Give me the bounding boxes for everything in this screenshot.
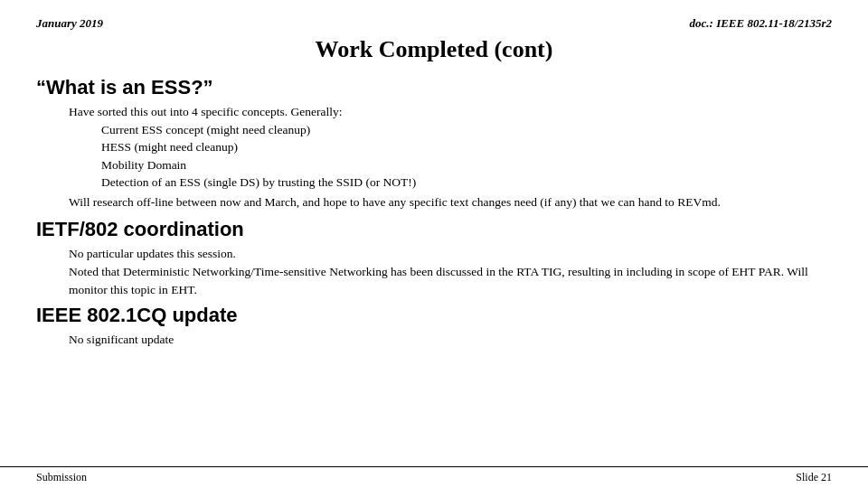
ietf-heading: IETF/802 coordination (36, 218, 832, 241)
ess-heading: “What is an ESS?” (36, 76, 832, 99)
ess-line-3: HESS (might need cleanup) (36, 138, 832, 156)
ietf-line-2: Noted that Deterministic Networking/Time… (36, 263, 832, 298)
ess-line-5: Detection of an ESS (single DS) by trust… (36, 174, 832, 192)
header-doc: doc.: IEEE 802.11-18/2135r2 (690, 16, 832, 31)
header-bar: January 2019 doc.: IEEE 802.11-18/2135r2 (36, 16, 832, 31)
ess-line-1: Have sorted this out into 4 specific con… (36, 103, 832, 121)
ess-line-4: Mobility Domain (36, 156, 832, 174)
ess-section: “What is an ESS?” Have sorted this out i… (36, 76, 832, 211)
ieee-section: IEEE 802.1CQ update No significant updat… (36, 304, 832, 349)
slide-title: Work Completed (cont) (36, 36, 832, 63)
ietf-section: IETF/802 coordination No particular upda… (36, 218, 832, 298)
ess-line-6: Will research off-line between now and M… (36, 193, 832, 211)
ieee-line-1: No significant update (36, 331, 832, 349)
header-date: January 2019 (36, 16, 103, 31)
ieee-heading: IEEE 802.1CQ update (36, 304, 832, 327)
ietf-line-1: No particular updates this session. (36, 245, 832, 263)
footer-submission: Submission (36, 471, 87, 484)
slide-container: January 2019 doc.: IEEE 802.11-18/2135r2… (0, 0, 868, 488)
footer-slide: Slide 21 (796, 471, 832, 484)
footer-bar: Submission Slide 21 (0, 466, 868, 488)
ess-line-2: Current ESS concept (might need cleanup) (36, 121, 832, 139)
